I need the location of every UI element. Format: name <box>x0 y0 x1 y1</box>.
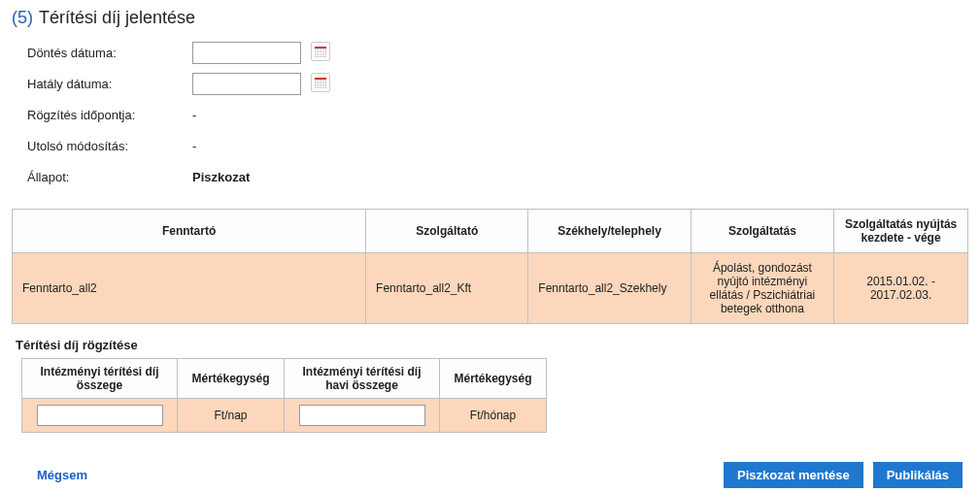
cell-szolgaltato: Fenntarto_all2_Kft <box>366 253 528 324</box>
col-fenntarto: Fenntartó <box>13 210 366 253</box>
subsection-title: Térítési díj rögzítése <box>16 338 968 352</box>
calendar-icon[interactable] <box>311 73 330 92</box>
col-szekhely: Székhely/telephely <box>528 210 691 253</box>
section-title-text: Térítési díj jelentése <box>39 8 195 28</box>
cell-szolgaltatas: Ápolást, gondozást nyújtó intézményi ell… <box>691 253 834 324</box>
col-dij-osszeg: Intézményi térítési díj összege <box>22 359 178 399</box>
label-rogzites-idopontja: Rögzítés időpontja: <box>27 108 192 122</box>
input-hataly-datuma[interactable] <box>192 73 301 95</box>
table-row[interactable]: Fenntarto_all2 Fenntarto_all2_Kft Fennta… <box>13 253 968 324</box>
label-dontes-datuma: Döntés dátuma: <box>27 46 192 60</box>
section-number: (5) <box>12 8 33 28</box>
cell-szekhely: Fenntarto_all2_Szekhely <box>528 253 691 324</box>
input-dij-osszeg[interactable] <box>37 405 163 426</box>
col-kezdet-vege: Szolgáltatás nyújtás kezdete - vége <box>834 210 968 253</box>
input-dontes-datuma[interactable] <box>192 42 301 64</box>
fee-table: Intézményi térítési díj összege Mértékeg… <box>21 358 547 433</box>
section-title: (5) Térítési díj jelentése <box>12 8 968 28</box>
col-szolgaltato: Szolgáltató <box>366 210 528 253</box>
value-allapot: Piszkozat <box>192 170 250 184</box>
cell-fenntarto: Fenntarto_all2 <box>13 253 366 324</box>
label-hataly-datuma: Hatály dátuma: <box>27 77 192 91</box>
col-mertekegyseg-2: Mértékegység <box>440 359 547 399</box>
table-row: Ft/nap Ft/hónap <box>22 399 547 433</box>
publish-button[interactable]: Publikálás <box>873 462 963 488</box>
value-rogzites-idopontja: - <box>192 108 196 122</box>
col-havi-osszeg: Intézményi térítési díj havi összege <box>285 359 440 399</box>
service-table: Fenntartó Szolgáltató Székhely/telephely… <box>12 209 968 324</box>
cancel-link[interactable]: Mégsem <box>37 468 87 482</box>
col-mertekegyseg-1: Mértékegység <box>178 359 285 399</box>
svg-rect-7 <box>315 78 326 80</box>
label-utolso-modositas: Utolsó módosítás: <box>27 139 192 153</box>
unit-ft-honap: Ft/hónap <box>440 399 547 433</box>
col-szolgaltatas: Szolgáltatás <box>691 210 834 253</box>
input-havi-osszeg[interactable] <box>299 405 425 426</box>
label-allapot: Állapot: <box>27 170 192 184</box>
cell-kezdet-vege: 2015.01.02. - 2017.02.03. <box>834 253 968 324</box>
value-utolso-modositas: - <box>192 139 196 153</box>
save-draft-button[interactable]: Piszkozat mentése <box>724 462 863 488</box>
unit-ft-nap: Ft/nap <box>178 399 285 433</box>
calendar-icon[interactable] <box>311 42 330 61</box>
